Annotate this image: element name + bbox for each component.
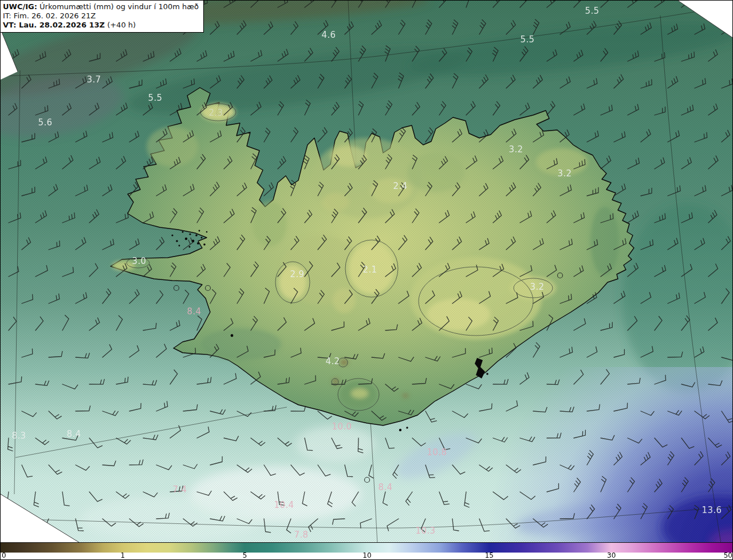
precip-wind-map bbox=[1, 1, 733, 543]
valid-offset: (+40 h) bbox=[107, 21, 136, 29]
init-time: IT: Fim. 26. 02. 2026 21Z bbox=[3, 11, 199, 21]
colorbar-tick-label: 5 bbox=[243, 551, 247, 559]
colorbar-tick-label: 0 bbox=[2, 551, 6, 559]
model-label: UWC/IG: bbox=[3, 2, 37, 11]
dither-overlay bbox=[1, 1, 733, 543]
colorbar-tick-label: 30 bbox=[607, 551, 616, 559]
valid-time: VT: Lau. 28.02.2026 13Z bbox=[3, 21, 105, 29]
colorbar-ticks: 01510153050 bbox=[1, 553, 733, 559]
colorbar-tick-label: 50 bbox=[724, 551, 732, 559]
weather-map-screen: 5.54.65.53.75.55.62.33.23.22.43.02.92.13… bbox=[0, 0, 733, 560]
colorbar-tick-label: 1 bbox=[121, 551, 125, 559]
valid-line: VT: Lau. 28.02.2026 13Z (+40 h) bbox=[3, 21, 199, 30]
colorbar-tick-label: 10 bbox=[362, 551, 371, 559]
map-title: Úrkomumætti (mm) og vindur í 100m hæð bbox=[40, 2, 199, 11]
colorbar-tick-label: 15 bbox=[485, 551, 494, 559]
title-line: UWC/IG: Úrkomumætti (mm) og vindur í 100… bbox=[3, 2, 199, 11]
colorbar: 01510153050 bbox=[1, 542, 733, 559]
title-box: UWC/IG: Úrkomumætti (mm) og vindur í 100… bbox=[1, 1, 204, 33]
